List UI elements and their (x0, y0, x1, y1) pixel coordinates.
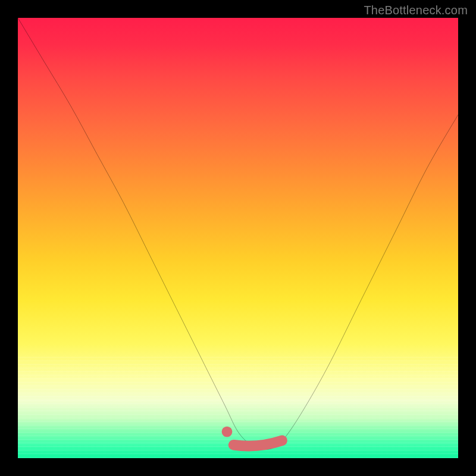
flat-valley-segment (234, 440, 282, 446)
valley-start-dot (222, 427, 233, 437)
chart-stage: TheBottleneck.com (0, 0, 476, 476)
curve-layer (18, 18, 458, 458)
watermark-text: TheBottleneck.com (364, 4, 468, 17)
plot-area (18, 18, 458, 458)
bottleneck-curve (18, 18, 458, 449)
